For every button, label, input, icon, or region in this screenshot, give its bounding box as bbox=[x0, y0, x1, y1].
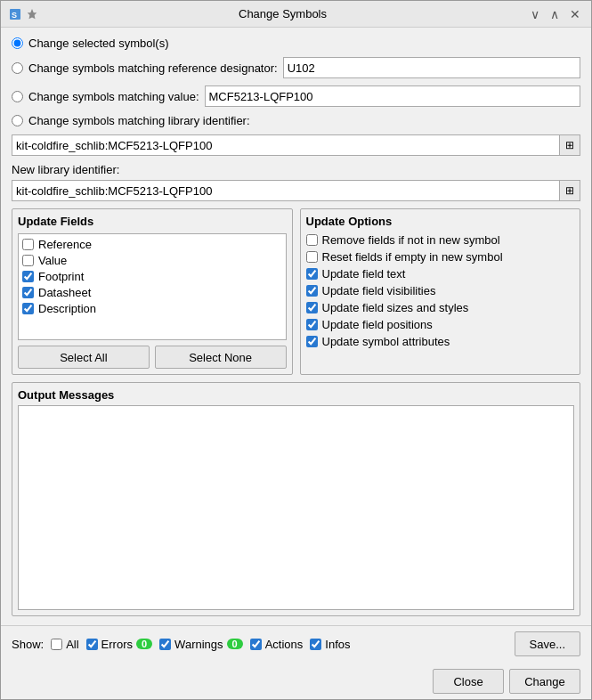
lib-browse-btn[interactable]: ⊞ bbox=[560, 134, 580, 156]
radio-row-1: Change selected symbol(s) bbox=[12, 37, 580, 50]
new-lib-input[interactable] bbox=[12, 180, 560, 201]
radio-library[interactable] bbox=[12, 115, 23, 126]
radio-row-2: Change symbols matching reference design… bbox=[12, 57, 580, 78]
svg-text:S: S bbox=[12, 11, 17, 20]
description-label: Description bbox=[38, 302, 96, 315]
all-label: All bbox=[66, 638, 78, 651]
update-text-label: Update field text bbox=[322, 267, 406, 281]
value-label: Value bbox=[38, 254, 67, 267]
titlebar-controls: ∨ ∧ ✕ bbox=[527, 6, 584, 22]
footprint-checkbox[interactable] bbox=[22, 271, 34, 282]
update-options-title: Update Options bbox=[306, 215, 575, 228]
titlebar-left: S bbox=[8, 7, 38, 21]
app-icon: S bbox=[8, 7, 22, 21]
remove-fields-label: Remove fields if not in new symbol bbox=[322, 233, 500, 247]
list-item: Value bbox=[22, 254, 282, 267]
window-title: Change Symbols bbox=[38, 7, 527, 20]
bottom-actions: Save... bbox=[515, 631, 580, 656]
update-fields-box: Update Fields Reference Value Footprint bbox=[12, 208, 293, 375]
option-item: Update field visibilities bbox=[306, 284, 575, 297]
collapse-btn[interactable]: ∨ bbox=[527, 6, 543, 22]
change-button[interactable]: Change bbox=[509, 669, 580, 694]
update-attrs-label: Update symbol attributes bbox=[322, 335, 450, 348]
close-button[interactable]: Close bbox=[433, 669, 504, 694]
fields-list: Reference Value Footprint Datasheet bbox=[18, 233, 287, 340]
main-window: S Change Symbols ∨ ∧ ✕ Change selected s… bbox=[0, 0, 592, 700]
new-lib-browse-btn[interactable]: ⊞ bbox=[560, 180, 580, 201]
bottom-bar: Show: All Errors 0 Warnings 0 Actions In… bbox=[1, 625, 591, 662]
update-sizes-label: Update field sizes and styles bbox=[322, 301, 469, 314]
content-area: Change selected symbol(s) Change symbols… bbox=[1, 28, 591, 625]
remove-fields-checkbox[interactable] bbox=[306, 234, 318, 246]
radio-label-3: Change symbols matching value: bbox=[28, 90, 199, 103]
select-none-button[interactable]: Select None bbox=[155, 346, 287, 369]
list-item: Description bbox=[22, 302, 282, 315]
actions-checkbox[interactable] bbox=[250, 639, 262, 650]
select-all-button[interactable]: Select All bbox=[18, 346, 150, 369]
value-checkbox[interactable] bbox=[22, 255, 34, 266]
option-item: Reset fields if empty in new symbol bbox=[306, 250, 575, 264]
radio-label-1: Change selected symbol(s) bbox=[28, 37, 169, 50]
warnings-label: Warnings bbox=[174, 638, 223, 651]
option-item: Remove fields if not in new symbol bbox=[306, 233, 575, 247]
fields-buttons-row: Select All Select None bbox=[18, 346, 287, 369]
lib-id-row: ⊞ bbox=[12, 134, 580, 156]
output-messages-title: Output Messages bbox=[18, 388, 574, 402]
infos-checkbox[interactable] bbox=[310, 639, 321, 650]
pin-icon bbox=[26, 8, 38, 20]
output-messages-box: Output Messages bbox=[12, 382, 580, 616]
middle-section: Update Fields Reference Value Footprint bbox=[12, 208, 580, 375]
update-attrs-checkbox[interactable] bbox=[306, 336, 318, 347]
titlebar: S Change Symbols ∨ ∧ ✕ bbox=[1, 1, 591, 28]
list-item: Datasheet bbox=[22, 286, 282, 299]
option-item: Update symbol attributes bbox=[306, 335, 575, 348]
maximize-btn[interactable]: ∧ bbox=[547, 6, 563, 22]
lib-id-input[interactable] bbox=[12, 134, 560, 156]
reference-input[interactable] bbox=[283, 57, 580, 78]
update-pos-checkbox[interactable] bbox=[306, 319, 318, 330]
radio-label-2: Change symbols matching reference design… bbox=[28, 61, 278, 75]
errors-badge: 0 bbox=[136, 639, 152, 649]
all-checkbox[interactable] bbox=[51, 639, 62, 650]
option-item: Update field sizes and styles bbox=[306, 301, 575, 314]
errors-checkbox[interactable] bbox=[86, 639, 98, 650]
radio-label-4: Change symbols matching library identifi… bbox=[28, 114, 250, 127]
browse-icon: ⊞ bbox=[565, 139, 574, 151]
reset-fields-label: Reset fields if empty in new symbol bbox=[322, 250, 503, 264]
reference-label: Reference bbox=[38, 238, 92, 251]
reset-fields-checkbox[interactable] bbox=[306, 251, 318, 263]
list-item: Footprint bbox=[22, 270, 282, 283]
new-lib-id-row: ⊞ bbox=[12, 180, 580, 201]
update-sizes-checkbox[interactable] bbox=[306, 302, 318, 313]
update-vis-checkbox[interactable] bbox=[306, 285, 318, 297]
radio-reference[interactable] bbox=[12, 62, 23, 74]
new-lib-label: New library identifier: bbox=[12, 163, 580, 176]
update-pos-label: Update field positions bbox=[322, 318, 433, 331]
list-item: Reference bbox=[22, 238, 282, 251]
show-label: Show: bbox=[12, 638, 44, 651]
footer-actions: Close Change bbox=[1, 665, 591, 699]
save-button[interactable]: Save... bbox=[515, 631, 580, 656]
warnings-checkbox[interactable] bbox=[159, 639, 171, 650]
value-input[interactable] bbox=[205, 85, 581, 107]
radio-row-3: Change symbols matching value: bbox=[12, 85, 580, 107]
update-fields-title: Update Fields bbox=[18, 215, 287, 228]
reference-checkbox[interactable] bbox=[22, 239, 34, 250]
description-checkbox[interactable] bbox=[22, 303, 34, 314]
update-vis-label: Update field visibilities bbox=[322, 284, 436, 297]
actions-filter: Actions bbox=[250, 638, 304, 651]
messages-area[interactable] bbox=[18, 405, 574, 610]
radio-value[interactable] bbox=[12, 91, 23, 102]
close-btn[interactable]: ✕ bbox=[566, 6, 584, 22]
all-filter: All bbox=[51, 638, 78, 651]
errors-filter: Errors 0 bbox=[86, 638, 153, 651]
warnings-filter: Warnings 0 bbox=[159, 638, 243, 651]
radio-selected[interactable] bbox=[12, 37, 23, 49]
update-options-box: Update Options Remove fields if not in n… bbox=[300, 208, 581, 375]
warnings-badge: 0 bbox=[227, 639, 243, 649]
errors-label: Errors bbox=[101, 638, 133, 651]
datasheet-label: Datasheet bbox=[38, 286, 91, 299]
datasheet-checkbox[interactable] bbox=[22, 287, 34, 298]
option-item: Update field positions bbox=[306, 318, 575, 331]
update-text-checkbox[interactable] bbox=[306, 268, 318, 280]
